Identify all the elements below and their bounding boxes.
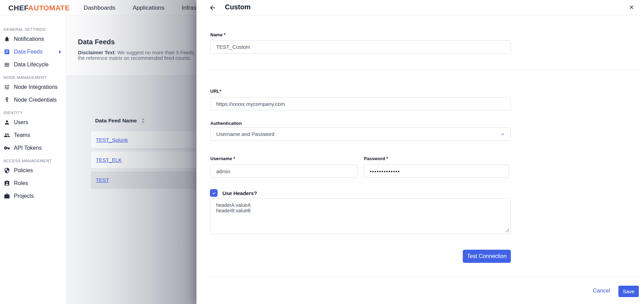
chevron-down-icon [500, 132, 505, 137]
app: CHEFAUTOMATE Dashboards Applications Inf… [0, 0, 644, 304]
sidebar-item-label: Users [14, 119, 28, 126]
bell-icon [4, 36, 10, 42]
sidebar-item-roles[interactable]: Roles [0, 177, 66, 190]
authentication-label: Authentication [210, 121, 242, 126]
use-headers-label: Use Headers? [222, 190, 257, 196]
section-header-identity: IDENTITY [3, 111, 63, 115]
section-divider [208, 70, 641, 71]
sidebar-item-label: Data Lifecycle [14, 62, 49, 68]
header-divider [208, 15, 641, 15]
sidebar-item-notifications[interactable]: Notifications [0, 33, 66, 45]
table-header: Data Feed Name [95, 118, 145, 124]
username-label: Username * [210, 156, 235, 161]
data-feed-link-test-splunk[interactable]: TEST_Splunk [96, 137, 128, 143]
active-item-arrow-icon [59, 50, 61, 54]
nav-item-dashboards[interactable]: Dashboards [84, 4, 116, 11]
panel-title: Custom [225, 3, 250, 11]
sidebar-item-node-credentials[interactable]: Node Credentials [0, 93, 66, 106]
list-icon [4, 62, 10, 68]
sidebar-item-label: Policies [14, 167, 33, 174]
data-feed-link-test[interactable]: TEST [96, 177, 109, 183]
back-button[interactable] [209, 4, 217, 11]
sidebar-item-label: Notifications [14, 36, 44, 42]
use-headers-checkbox[interactable] [210, 189, 218, 197]
sidebar-item-users[interactable]: Users [0, 116, 66, 129]
name-input[interactable] [210, 40, 511, 54]
sidebar-item-label: Teams [14, 132, 30, 138]
people-icon [4, 132, 10, 138]
sidebar-item-data-feeds[interactable]: Data Feeds [0, 45, 66, 58]
password-input[interactable] [364, 165, 509, 178]
test-connection-button[interactable]: Test Connection [463, 250, 511, 263]
sidebar-item-label: API Tokens [14, 145, 42, 151]
person-icon [4, 119, 10, 126]
sidebar-item-teams[interactable]: Teams [0, 129, 66, 141]
key-icon [4, 145, 10, 151]
sidebar-item-projects[interactable]: Projects [0, 190, 66, 202]
section-header-general-settings: GENERAL SETTINGS [3, 27, 63, 31]
password-label: Password * [364, 156, 388, 161]
section-header-node-management: NODE MANAGEMENT [3, 75, 63, 80]
close-icon [628, 4, 635, 10]
sidebar-item-label: Roles [14, 180, 28, 186]
sort-icon[interactable] [141, 118, 145, 123]
briefcase-icon [4, 193, 10, 199]
headers-textarea[interactable]: headerA:valueA headerB:valueB [210, 198, 511, 234]
sidebar-item-label: Node Integrations [14, 84, 57, 90]
key-vertical-icon [4, 97, 10, 103]
footer-divider [208, 276, 641, 277]
authentication-select[interactable]: Username and Password [210, 127, 511, 141]
sliders-icon [4, 84, 10, 90]
disclaimer-text: Disclaimer Text: We suggest no more than… [78, 50, 200, 61]
chef-automate-logo[interactable]: CHEFAUTOMATE [8, 4, 70, 12]
sidebar-item-label: Projects [14, 193, 34, 199]
data-feed-detail-panel: Custom Name * URL* Authentication Userna… [196, 0, 644, 304]
url-label: URL* [210, 89, 221, 94]
nav-item-applications[interactable]: Applications [133, 4, 165, 11]
badge-icon [4, 180, 10, 186]
data-feed-link-test-elk[interactable]: TEST_ELK [96, 157, 122, 163]
sidebar-item-node-integrations[interactable]: Node Integrations [0, 81, 66, 93]
sidebar-item-label: Node Credentials [14, 97, 57, 103]
cancel-button[interactable]: Cancel [591, 287, 612, 294]
close-button[interactable] [628, 4, 635, 11]
check-icon [212, 191, 216, 195]
sidebar-item-policies[interactable]: Policies [0, 164, 66, 177]
url-input[interactable] [210, 97, 511, 110]
logo-chef-text: CHEF [8, 4, 28, 12]
username-input[interactable] [210, 165, 358, 178]
save-button[interactable]: Save [618, 286, 639, 297]
logo-automate-text: AUTOMATE [28, 4, 70, 12]
table-column-header: Data Feed Name [95, 118, 137, 124]
shield-icon [4, 167, 10, 174]
clipboard-icon [4, 49, 10, 55]
section-header-access-management: ACCESS MANAGEMENT [3, 159, 63, 163]
sidebar-item-label: Data Feeds [14, 49, 43, 55]
panel-header: Custom [196, 0, 644, 15]
page-title: Data Feeds [78, 38, 115, 46]
name-label: Name * [210, 32, 226, 37]
authentication-selected-value: Username and Password [216, 131, 274, 137]
sidebar-item-data-lifecycle[interactable]: Data Lifecycle [0, 58, 66, 71]
back-arrow-icon [209, 4, 217, 11]
sidebar-item-api-tokens[interactable]: API Tokens [0, 141, 66, 154]
settings-sidebar: GENERAL SETTINGS Notifications Data Feed… [0, 16, 66, 304]
